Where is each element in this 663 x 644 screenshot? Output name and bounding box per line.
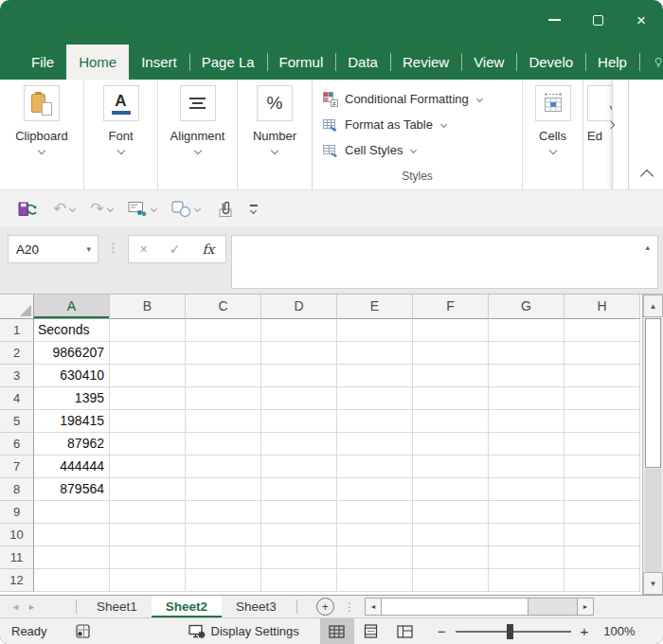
cell-c11[interactable]	[186, 546, 261, 569]
cell-f3[interactable]	[413, 365, 489, 387]
cell-d7[interactable]	[261, 456, 337, 478]
cell-g1[interactable]	[489, 319, 564, 342]
zoom-slider[interactable]	[456, 631, 571, 633]
cell-h5[interactable]	[564, 410, 640, 433]
cell-d11[interactable]	[261, 546, 337, 569]
shapes-button[interactable]	[167, 201, 205, 218]
cell-e8[interactable]	[337, 478, 413, 501]
cell-d2[interactable]	[261, 342, 337, 365]
page-layout-view-button[interactable]	[354, 618, 388, 644]
cell-e6[interactable]	[337, 433, 413, 456]
row-header-4[interactable]: 4	[0, 387, 34, 410]
zoom-out-button[interactable]: −	[438, 623, 446, 639]
zoom-slider-thumb[interactable]	[507, 624, 513, 639]
column-header-d[interactable]: D	[261, 295, 337, 319]
cell-c9[interactable]	[186, 501, 261, 524]
column-header-h[interactable]: H	[564, 295, 640, 319]
cell-f9[interactable]	[413, 501, 489, 524]
cancel-icon[interactable]: ×	[140, 242, 148, 257]
formula-input[interactable]: ▴	[231, 235, 658, 289]
cell-f1[interactable]	[413, 319, 489, 342]
cell-g2[interactable]	[489, 342, 564, 365]
cell-a2[interactable]: 9866207	[34, 342, 110, 365]
row-header-7[interactable]: 7	[0, 456, 34, 478]
cell-c1[interactable]	[186, 319, 261, 342]
scroll-down-button[interactable]: ▼	[643, 572, 663, 595]
editing-group[interactable]: Ed	[583, 80, 612, 189]
cell-g11[interactable]	[489, 546, 564, 569]
cell-b12[interactable]	[110, 569, 186, 592]
cell-a1[interactable]: Seconds	[34, 319, 110, 342]
cell-b9[interactable]	[110, 501, 186, 524]
row-header-3[interactable]: 3	[0, 365, 34, 387]
tab-page-la[interactable]: Page La	[189, 45, 267, 80]
tab-review[interactable]: Review	[390, 45, 461, 80]
cell-f4[interactable]	[413, 387, 489, 410]
cell-g6[interactable]	[489, 433, 564, 456]
tab-develo[interactable]: Develo	[516, 45, 585, 80]
cell-c6[interactable]	[186, 433, 261, 456]
number-group[interactable]: % Number	[238, 80, 313, 189]
cell-a4[interactable]: 1395	[34, 387, 110, 410]
cell-g3[interactable]	[489, 365, 564, 387]
close-button[interactable]: ×	[619, 0, 663, 40]
cell-e10[interactable]	[337, 524, 413, 546]
cell-c7[interactable]	[186, 456, 261, 478]
cell-b10[interactable]	[110, 524, 186, 546]
horizontal-scrollbar-thumb[interactable]	[382, 599, 529, 615]
cell-a9[interactable]	[34, 501, 110, 524]
cell-f10[interactable]	[413, 524, 489, 546]
cell-g4[interactable]	[489, 387, 564, 410]
previous-sheet-button[interactable]: ◄	[8, 596, 24, 617]
cell-f8[interactable]	[413, 478, 489, 501]
cell-d9[interactable]	[261, 501, 337, 524]
cell-g7[interactable]	[489, 456, 564, 478]
collapse-ribbon-icon[interactable]	[640, 170, 654, 183]
row-header-8[interactable]: 8	[0, 478, 34, 501]
cells-button[interactable]	[535, 85, 571, 121]
enter-icon[interactable]: ✓	[170, 242, 181, 257]
scroll-right-button[interactable]: ►	[577, 599, 593, 615]
cell-c3[interactable]	[186, 365, 261, 387]
cell-f2[interactable]	[413, 342, 489, 365]
cell-g8[interactable]	[489, 478, 564, 501]
chevron-down-icon[interactable]	[548, 147, 556, 154]
cell-a6[interactable]: 87962	[34, 433, 110, 456]
horizontal-scrollbar[interactable]: ◄ ►	[365, 598, 594, 616]
cell-d5[interactable]	[261, 410, 337, 433]
zoom-in-button[interactable]: +	[581, 623, 589, 639]
cell-e12[interactable]	[337, 569, 413, 592]
email-button[interactable]	[123, 201, 161, 217]
chevron-down-icon[interactable]	[271, 147, 278, 154]
number-button[interactable]: %	[257, 85, 293, 121]
cell-b6[interactable]	[110, 433, 186, 456]
zoom-percent[interactable]: 100%	[603, 624, 635, 638]
cell-e3[interactable]	[337, 365, 413, 387]
page-break-preview-button[interactable]	[388, 618, 422, 644]
cell-h9[interactable]	[564, 501, 640, 524]
conditional-formatting-button[interactable]: ≠ Conditional Formatting	[313, 86, 522, 112]
font-group[interactable]: A Font	[84, 80, 158, 189]
cell-h3[interactable]	[564, 365, 640, 387]
cell-f11[interactable]	[413, 546, 489, 569]
row-header-9[interactable]: 9	[0, 501, 34, 524]
minimize-button[interactable]	[532, 0, 576, 40]
column-header-b[interactable]: B	[110, 295, 186, 319]
cell-c12[interactable]	[186, 569, 261, 592]
row-header-10[interactable]: 10	[0, 524, 34, 546]
cell-g12[interactable]	[489, 569, 564, 592]
chevron-down-icon[interactable]	[38, 147, 45, 154]
cell-e7[interactable]	[337, 456, 413, 478]
macro-record-button[interactable]	[76, 624, 90, 638]
cell-c4[interactable]	[186, 387, 261, 410]
row-header-11[interactable]: 11	[0, 546, 34, 569]
cell-a7[interactable]: 444444	[34, 456, 110, 478]
chevron-down-icon[interactable]	[150, 206, 156, 212]
name-box[interactable]: A20 ▾	[8, 235, 99, 263]
name-box-dropdown-icon[interactable]: ▾	[86, 244, 91, 254]
cell-b2[interactable]	[110, 342, 186, 365]
insert-function-button[interactable]: fx	[202, 242, 214, 257]
cell-d3[interactable]	[261, 365, 337, 387]
chevron-down-icon[interactable]	[69, 206, 76, 212]
cell-b4[interactable]	[110, 387, 186, 410]
